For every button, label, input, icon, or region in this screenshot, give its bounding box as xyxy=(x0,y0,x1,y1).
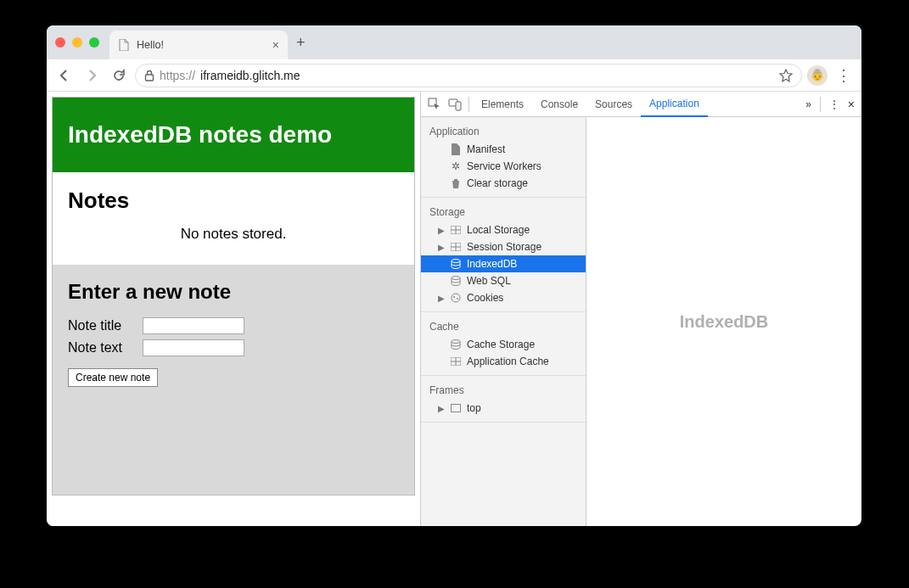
create-note-button[interactable]: Create new note xyxy=(68,368,158,387)
page-title: IndexedDB notes demo xyxy=(53,98,414,172)
file-icon xyxy=(118,39,130,51)
sidebar-item-label: Application Cache xyxy=(467,356,549,367)
svg-point-11 xyxy=(452,340,460,344)
note-title-label: Note title xyxy=(68,318,136,333)
sidebar-item-service-workers[interactable]: ✲ Service Workers xyxy=(421,158,586,175)
group-storage: Storage ▶ Local Storage ▶ Session Storag… xyxy=(421,198,586,312)
devtools-menu-button[interactable]: ⋮ xyxy=(829,98,839,110)
sidebar-item-session-storage[interactable]: ▶ Session Storage xyxy=(421,238,586,255)
page-content: IndexedDB notes demo Notes No notes stor… xyxy=(52,97,415,496)
sidebar-item-label: Cache Storage xyxy=(467,339,535,350)
maximize-window-button[interactable] xyxy=(89,37,99,48)
main-placeholder: IndexedDB xyxy=(680,312,768,332)
url-host: iframeidb.glitch.me xyxy=(200,69,300,82)
devtools-tabbar: Elements Console Sources Application » ⋮… xyxy=(421,92,861,117)
group-application: Application Manifest ✲ Service Workers xyxy=(421,117,586,198)
svg-rect-0 xyxy=(146,75,154,81)
table-icon xyxy=(450,356,462,367)
sidebar-item-manifest[interactable]: Manifest xyxy=(421,141,586,158)
sidebar-item-label: top xyxy=(467,402,481,414)
back-button[interactable] xyxy=(53,64,76,87)
svg-point-8 xyxy=(452,294,460,302)
browser-menu-button[interactable]: ⋮ xyxy=(833,66,855,85)
group-frames-title: Frames xyxy=(421,381,586,400)
sidebar-item-indexeddb[interactable]: IndexedDB xyxy=(421,255,586,272)
content-area: IndexedDB notes demo Notes No notes stor… xyxy=(47,92,861,526)
trash-icon xyxy=(450,177,462,189)
device-toolbar-button[interactable] xyxy=(445,94,465,115)
sidebar-item-local-storage[interactable]: ▶ Local Storage xyxy=(421,221,586,238)
sidebar-item-label: Service Workers xyxy=(467,160,541,172)
new-tab-button[interactable]: + xyxy=(296,34,306,52)
svg-rect-13 xyxy=(452,405,461,412)
sidebar-item-frame-top[interactable]: ▶ top xyxy=(421,400,586,417)
form-heading: Enter a new note xyxy=(68,280,399,304)
gear-icon: ✲ xyxy=(450,160,462,172)
notes-section: Notes No notes stored. xyxy=(53,172,414,265)
table-icon xyxy=(450,241,462,253)
frame-icon xyxy=(450,402,462,414)
svg-point-10 xyxy=(457,298,458,300)
group-cache: Cache Cache Storage Application Cache xyxy=(421,312,586,376)
tab-console[interactable]: Console xyxy=(532,92,586,117)
sidebar-item-label: Clear storage xyxy=(467,177,528,189)
note-text-label: Note text xyxy=(68,340,136,356)
svg-point-6 xyxy=(452,260,460,263)
close-window-button[interactable] xyxy=(55,37,65,48)
sidebar-item-label: Session Storage xyxy=(467,241,541,253)
sidebar-item-web-sql[interactable]: Web SQL xyxy=(421,272,586,289)
group-storage-title: Storage xyxy=(421,203,586,221)
page-viewport: IndexedDB notes demo Notes No notes stor… xyxy=(47,92,420,526)
empty-notes-message: No notes stored. xyxy=(68,226,399,243)
window-controls xyxy=(55,37,99,48)
tab-title: Hello! xyxy=(137,39,266,51)
note-text-input[interactable] xyxy=(143,339,244,356)
note-title-input[interactable] xyxy=(143,317,244,334)
sidebar-item-label: IndexedDB xyxy=(467,258,517,270)
sidebar-item-cookies[interactable]: ▶ Cookies xyxy=(421,289,586,306)
profile-avatar[interactable]: 👵 xyxy=(807,65,828,86)
group-application-title: Application xyxy=(421,122,586,141)
tab-close-button[interactable]: × xyxy=(272,38,279,52)
svg-rect-3 xyxy=(456,102,461,110)
database-icon xyxy=(450,258,462,270)
chevron-right-icon: ▶ xyxy=(438,243,445,252)
inspect-element-button[interactable] xyxy=(424,94,445,115)
sidebar-item-label: Web SQL xyxy=(467,275,511,287)
tab-sources[interactable]: Sources xyxy=(586,92,641,117)
devtools-body: Application Manifest ✲ Service Workers xyxy=(421,117,861,526)
browser-window: Hello! × + https://iframeidb.glitch.me 👵… xyxy=(47,25,861,526)
file-icon xyxy=(450,143,462,155)
sidebar-item-label: Manifest xyxy=(467,143,505,155)
forward-button[interactable] xyxy=(81,64,103,87)
devtools-panel: Elements Console Sources Application » ⋮… xyxy=(420,92,861,526)
new-note-form: Enter a new note Note title Note text Cr… xyxy=(53,265,414,495)
sidebar-item-label: Cookies xyxy=(467,292,503,304)
bookmark-star-icon[interactable] xyxy=(779,69,793,82)
devtools-main: IndexedDB xyxy=(586,117,861,526)
group-cache-title: Cache xyxy=(421,317,586,336)
svg-point-9 xyxy=(453,296,455,298)
sidebar-item-application-cache[interactable]: Application Cache xyxy=(421,353,586,370)
cookie-icon xyxy=(450,292,462,304)
lock-icon xyxy=(144,70,154,81)
group-frames: Frames ▶ top xyxy=(421,376,586,423)
browser-tab[interactable]: Hello! × xyxy=(109,31,288,59)
url-bar[interactable]: https://iframeidb.glitch.me xyxy=(135,64,802,87)
sidebar-item-cache-storage[interactable]: Cache Storage xyxy=(421,336,586,353)
application-sidebar: Application Manifest ✲ Service Workers xyxy=(421,117,586,526)
devtools-close-button[interactable]: × xyxy=(844,98,858,111)
table-icon xyxy=(450,224,462,236)
sidebar-item-label: Local Storage xyxy=(467,224,530,236)
database-icon xyxy=(450,275,462,287)
tab-elements[interactable]: Elements xyxy=(473,92,532,117)
chevron-right-icon: ▶ xyxy=(438,294,445,303)
chevron-right-icon: ▶ xyxy=(438,404,445,413)
address-bar: https://iframeidb.glitch.me 👵 ⋮ xyxy=(47,59,861,92)
minimize-window-button[interactable] xyxy=(72,37,82,48)
chevron-right-icon: ▶ xyxy=(438,226,445,235)
more-tabs-button[interactable]: » xyxy=(805,98,811,110)
sidebar-item-clear-storage[interactable]: Clear storage xyxy=(421,175,586,192)
reload-button[interactable] xyxy=(108,64,130,87)
tab-application[interactable]: Application xyxy=(641,92,708,117)
